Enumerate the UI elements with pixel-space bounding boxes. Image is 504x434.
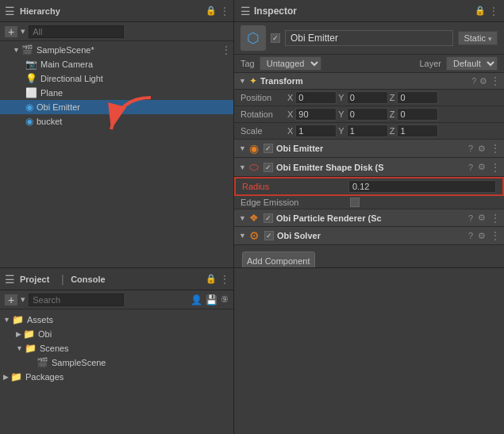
- position-inputs: X Y Z: [287, 91, 498, 104]
- scale-x-input[interactable]: [295, 125, 337, 137]
- obi-solver-more-icon[interactable]: ⋮: [491, 230, 499, 241]
- rot-y-label: Y: [338, 109, 344, 119]
- radius-property-row: Radius: [234, 177, 504, 196]
- transform-gear-icon[interactable]: ⚙: [479, 76, 487, 86]
- packages-label: Packages: [25, 372, 63, 382]
- hierarchy-item-obi-emitter[interactable]: ◉ Obi Emitter: [0, 100, 233, 114]
- obi-particle-more-icon[interactable]: ⋮: [491, 213, 499, 224]
- project-add-button[interactable]: +: [5, 294, 17, 305]
- edge-emission-checkbox[interactable]: [350, 198, 360, 207]
- project-title: Project: [20, 275, 49, 284]
- transform-section-header[interactable]: ▼ ✦ Transform ? ⚙ ⋮: [234, 73, 504, 90]
- project-search-input[interactable]: [29, 294, 124, 306]
- console-tab[interactable]: │: [60, 275, 66, 284]
- scale-y-input[interactable]: [347, 125, 388, 137]
- obi-shape-gear-icon[interactable]: ⚙: [478, 162, 486, 172]
- add-component-button[interactable]: Add Component: [242, 252, 315, 267]
- hierarchy-dropdown-arrow[interactable]: ▾: [21, 26, 25, 36]
- obi-emitter-checkbox[interactable]: ✓: [264, 144, 273, 153]
- obi-solver-checkbox[interactable]: ✓: [264, 231, 274, 240]
- obi-particle-gear-icon[interactable]: ⚙: [478, 213, 486, 223]
- hierarchy-panel: ☰ Hierarchy 🔒 ⋮ + ▾ ▼ 🎬 SampleScene* ⋮ 📷: [0, 0, 234, 267]
- project-save-icon[interactable]: 💾: [206, 294, 217, 305]
- project-dropdown-arrow[interactable]: ▾: [21, 294, 25, 305]
- rot-x-input[interactable]: [295, 108, 337, 121]
- tag-select[interactable]: Untagged: [260, 56, 321, 71]
- scene-root-item[interactable]: ▼ 🎬 SampleScene* ⋮: [0, 43, 233, 57]
- hierarchy-menu-icon[interactable]: ☰: [5, 5, 15, 17]
- hierarchy-search-input[interactable]: [29, 25, 124, 38]
- pos-y-input[interactable]: [347, 91, 388, 104]
- project-menu-icon[interactable]: ☰: [5, 273, 15, 286]
- scene-expand-arrow: ▼: [13, 46, 20, 54]
- object-row: ⬡ ✓ Static ▾: [234, 22, 504, 55]
- pos-z-input[interactable]: [397, 91, 438, 104]
- inspector-title: Inspector: [254, 6, 297, 17]
- packages-folder[interactable]: ▶ 📁 Packages: [0, 370, 233, 384]
- pos-x-input[interactable]: [295, 91, 337, 104]
- project-lock-icon[interactable]: 🔒: [206, 275, 217, 283]
- radius-input[interactable]: [348, 180, 496, 193]
- transform-title: Transform: [260, 76, 469, 86]
- transform-help-icon[interactable]: ?: [471, 77, 476, 86]
- obi-shape-more-icon[interactable]: ⋮: [491, 162, 499, 173]
- object-icon-box: ⬡: [240, 25, 266, 51]
- obi-particle-checkbox[interactable]: ✓: [264, 213, 273, 223]
- obi-label: Obi: [38, 329, 52, 339]
- obi-shape-title: Obi Emitter Shape Disk (S: [276, 163, 464, 172]
- rot-y-input[interactable]: [347, 108, 388, 121]
- scenes-label: Scenes: [40, 344, 69, 353]
- hierarchy-add-button[interactable]: +: [5, 26, 17, 37]
- object-name-input[interactable]: [285, 30, 453, 46]
- obi-emitter-more-icon[interactable]: ⋮: [491, 143, 499, 154]
- obi-solver-header[interactable]: ▼ ⚙ ✓ Obi Solver ? ⚙ ⋮: [234, 227, 504, 245]
- scale-label: Scale: [240, 126, 284, 136]
- obi-particle-header[interactable]: ▼ ❖ ✓ Obi Particle Renderer (Sc ? ⚙ ⋮: [234, 209, 504, 227]
- hierarchy-item-bucket[interactable]: ◉ bucket: [0, 114, 233, 129]
- hierarchy-lock-icon[interactable]: 🔒: [206, 6, 217, 15]
- layer-select[interactable]: Default: [446, 56, 498, 71]
- scene-options-icon[interactable]: ⋮: [221, 44, 230, 56]
- obi-emitter-gear-icon[interactable]: ⚙: [478, 144, 486, 154]
- packages-folder-icon: 📁: [10, 371, 22, 382]
- obi-shape-header[interactable]: ▼ ⬭ ✓ Obi Emitter Shape Disk (S ? ⚙ ⋮: [234, 158, 504, 177]
- hierarchy-more-icon[interactable]: ⋮: [220, 6, 229, 16]
- obi-shape-checkbox[interactable]: ✓: [264, 163, 273, 172]
- tag-layer-row: Tag Untagged Layer Default: [234, 55, 504, 73]
- inspector-more-icon[interactable]: ⋮: [489, 6, 498, 16]
- console-title[interactable]: Console: [71, 275, 105, 284]
- obi-solver-gear-icon[interactable]: ⚙: [478, 231, 486, 241]
- object-active-checkbox[interactable]: ✓: [271, 33, 280, 43]
- obi-folder[interactable]: ▶ 📁 Obi: [0, 327, 233, 341]
- rotation-inputs: X Y Z: [287, 108, 498, 121]
- hierarchy-item-directional-light[interactable]: 💡 Directional Light: [0, 71, 233, 86]
- hierarchy-item-main-camera[interactable]: 📷 Main Camera: [0, 57, 233, 71]
- inspector-lock-icon[interactable]: 🔒: [475, 6, 486, 15]
- static-button[interactable]: Static ▾: [458, 31, 498, 45]
- hierarchy-item-plane[interactable]: ⬜ Plane: [0, 86, 233, 100]
- sample-scene-file[interactable]: 🎬 SampleScene: [0, 355, 233, 370]
- add-component-label: Add Component: [247, 256, 310, 266]
- project-toolbar: + ▾ 👤 💾 ⑨: [0, 290, 233, 309]
- rot-z-input[interactable]: [397, 108, 438, 121]
- obi-solver-help-icon[interactable]: ?: [468, 231, 473, 240]
- scenes-folder[interactable]: ▼ 📁 Scenes: [0, 341, 233, 355]
- obi-particle-comp-icon: ❖: [249, 212, 259, 224]
- assets-folder[interactable]: ▼ 📁 Assets: [0, 313, 233, 327]
- hierarchy-title: Hierarchy: [20, 6, 60, 16]
- obi-particle-expand-arrow: ▼: [239, 214, 246, 222]
- project-person-icon[interactable]: 👤: [190, 294, 202, 305]
- light-icon: 💡: [25, 73, 37, 84]
- obi-particle-help-icon[interactable]: ?: [468, 213, 473, 223]
- hierarchy-item-label: Main Camera: [40, 60, 93, 69]
- inspector-menu-icon[interactable]: ☰: [240, 5, 251, 17]
- transform-more-icon[interactable]: ⋮: [491, 75, 499, 86]
- obi-solver-title: Obi Solver: [277, 231, 464, 240]
- scale-z-input[interactable]: [397, 125, 438, 137]
- project-more-icon[interactable]: ⋮: [220, 275, 229, 284]
- obi-emitter-help-icon[interactable]: ?: [468, 144, 473, 153]
- obi-emitter-header[interactable]: ▼ ◉ ✓ Obi Emitter ? ⚙ ⋮: [234, 140, 504, 158]
- bottom-section: ☰ Project │ Console 🔒 ⋮ + ▾ 👤 💾 ⑨ ▼ 📁 As…: [0, 267, 504, 434]
- transform-rotation-row: Rotation X Y Z: [234, 106, 504, 123]
- obi-shape-help-icon[interactable]: ?: [468, 163, 473, 172]
